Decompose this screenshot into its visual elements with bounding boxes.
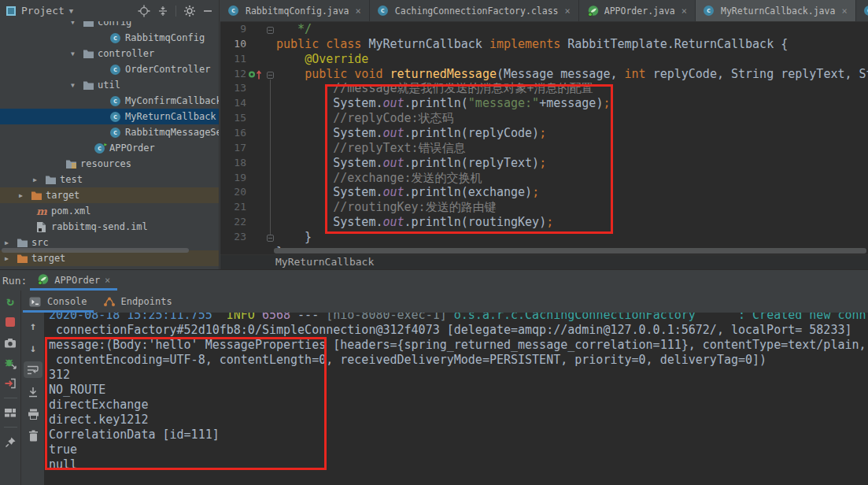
line-number: 18 (220, 156, 246, 171)
toolbar-separator (175, 6, 176, 17)
camera-icon[interactable] (3, 335, 17, 350)
chevron-down-icon[interactable]: ▼ (71, 82, 83, 89)
project-tool-window: ▼configcRabbitmqConfig▼controllercOrderC… (0, 0, 220, 269)
tree-item-myconfirmcallback[interactable]: cMyConfirmCallback (0, 93, 219, 109)
class-icon: c (110, 33, 124, 43)
tree-item-myreturncallback[interactable]: cMyReturnCallback (0, 109, 219, 124)
code-line-21: 21 //routingKey:发送的路由键 (220, 200, 868, 215)
line-number: 24 (220, 245, 246, 248)
line-number: 20 (220, 185, 246, 200)
tree-item-util[interactable]: ▼util (0, 77, 219, 93)
tab-label: CachingConnectionFactory.class (395, 6, 559, 17)
chevron-right-icon[interactable]: ▶ (5, 239, 17, 246)
layout-icon[interactable] (3, 405, 17, 420)
close-icon[interactable]: × (841, 6, 847, 17)
line-number: 15 (220, 111, 246, 126)
project-tree[interactable]: ▼configcRabbitmqConfig▼controllercOrderC… (0, 14, 219, 269)
line-number: 19 (220, 171, 246, 186)
code-line-11: 11 @Override (220, 52, 868, 67)
editor-tab-cachingconnectionfactory-class[interactable]: cCachingConnectionFactory.class× (370, 0, 579, 21)
tree-item-rabbitmq-send-iml[interactable]: rabbitmq-send.iml (0, 219, 219, 235)
view-tab-console[interactable]: Console (21, 291, 95, 313)
code-text: */ (276, 22, 312, 37)
console-line-9: CorrelationData [id=111] (44, 428, 868, 442)
tree-item-target[interactable]: ▶target (0, 187, 219, 203)
tree-item-rabbitmqconfig[interactable]: cRabbitmqConfig (0, 30, 219, 46)
tree-item-rabbitmqmessagesen[interactable]: cRabbitmqMessageSen (0, 124, 219, 140)
chevron-down-icon[interactable]: ▼ (71, 50, 83, 57)
tree-item-controller[interactable]: ▼controller (0, 46, 219, 61)
up-icon[interactable]: ↑ (24, 317, 42, 334)
tree-item-apporder[interactable]: c▸APPOrder (0, 140, 219, 156)
code-viewport[interactable]: 9 */10public class MyReturnCallback impl… (220, 22, 868, 248)
tree-item-pom-xml[interactable]: mpom.xml (0, 203, 219, 219)
fold-marker[interactable] (267, 235, 274, 242)
code-text: public class MyReturnCallback implements… (276, 37, 788, 52)
code-line-20: 20 System.out.println(exchange); (220, 185, 868, 200)
console-output[interactable]: 2020-08-18 15:25:11.755 INFO 6568 --- [n… (44, 313, 868, 485)
folder-icon (17, 238, 30, 248)
scroll-end-icon[interactable] (24, 383, 42, 400)
settings-icon[interactable] (183, 5, 196, 17)
code-line-12: 12 public void returnedMessage(Message m… (220, 67, 868, 82)
chevron-down-icon[interactable]: ▼ (69, 7, 73, 15)
line-number: 10 (220, 37, 246, 52)
endpoints-icon (103, 296, 116, 307)
console-line-1: 2020-08-18 15:25:11.755 INFO 6568 --- [n… (44, 313, 868, 323)
editor-horizontal-scrollbar[interactable] (274, 248, 866, 254)
toolbar-separator (4, 427, 17, 428)
breadcrumb[interactable]: MyReturnCallback (220, 254, 868, 269)
tree-item-ordercontroller[interactable]: cOrderController (0, 61, 219, 77)
close-icon[interactable]: × (356, 6, 361, 17)
chevron-right-icon[interactable]: ▶ (33, 176, 45, 183)
close-icon[interactable]: × (565, 6, 571, 17)
chevron-right-icon[interactable]: ▶ (19, 192, 31, 199)
tree-item-test[interactable]: ▶test (0, 172, 219, 187)
collapse-all-icon[interactable] (157, 6, 168, 17)
tree-item-target[interactable]: ▶target (0, 250, 219, 266)
run-view-tabs: ConsoleEndpoints (21, 291, 868, 313)
print-icon[interactable] (24, 405, 42, 422)
chevron-right-icon[interactable]: ▶ (5, 255, 17, 262)
tree-item-label: pom.xml (50, 205, 91, 217)
line-number: 11 (220, 52, 246, 67)
code-line-18: 18 System.out.println(replyText); (220, 156, 868, 171)
rerun-debug-icon[interactable] (3, 356, 17, 370)
editor-tab-apporder-java[interactable]: APPOrder.java× (579, 0, 696, 21)
editor-area[interactable]: cRabbitmqConfig.java×cCachingConnectionF… (220, 0, 868, 269)
class-icon: c (704, 6, 717, 16)
softwrap-icon[interactable] (24, 361, 42, 378)
rerun-icon[interactable]: ↻ (3, 294, 17, 309)
exit-icon[interactable] (3, 376, 17, 391)
fold-marker[interactable] (267, 27, 274, 34)
code-line-13: 13 //message就是我们发送的消息对象+消息的配置 (220, 81, 868, 96)
tree-horizontal-scrollbar[interactable] (2, 248, 189, 253)
down-icon[interactable]: ↓ (24, 339, 42, 356)
tree-item-label: util (96, 80, 120, 91)
run-tool-window: Run: APPOrder × ↻ ConsoleEndpoints ↑↓ 20… (0, 269, 868, 485)
trash-icon[interactable] (24, 428, 42, 444)
spring-icon (587, 5, 600, 17)
editor-tab-myreturncallback-java[interactable]: cMyReturnCallback.java× (696, 0, 856, 21)
editor-tab-rabbitmqconfig-java[interactable]: cRabbitmqConfig.java× (220, 0, 370, 21)
tree-item-label: MyConfirmCallback (124, 95, 220, 106)
locate-icon[interactable] (138, 5, 150, 17)
fold-marker[interactable] (267, 72, 274, 79)
pin-icon[interactable] (3, 435, 17, 449)
close-icon[interactable]: × (105, 275, 110, 286)
editor-tab-partial[interactable]: c (856, 0, 868, 21)
folder-icon (45, 175, 58, 185)
breadcrumb-item[interactable]: MyReturnCallback (275, 256, 374, 268)
code-text: //message就是我们发送的消息对象+消息的配置 (276, 81, 593, 96)
view-tab-endpoints[interactable]: Endpoints (95, 291, 180, 313)
run-session-tab[interactable]: APPOrder × (30, 270, 117, 291)
run-session-tab-label: APPOrder (54, 275, 100, 286)
tree-item-resources[interactable]: resources (0, 156, 219, 172)
close-icon[interactable]: × (681, 6, 687, 17)
hide-icon[interactable] (203, 6, 212, 16)
code-line-22: 22 System.out.println(routingKey); (220, 215, 868, 230)
line-number: 9 (220, 22, 246, 37)
tree-item-label: rabbitmq-send.iml (50, 221, 148, 232)
stop-icon[interactable] (3, 315, 17, 329)
project-panel-header: Project ▼ (0, 0, 219, 21)
